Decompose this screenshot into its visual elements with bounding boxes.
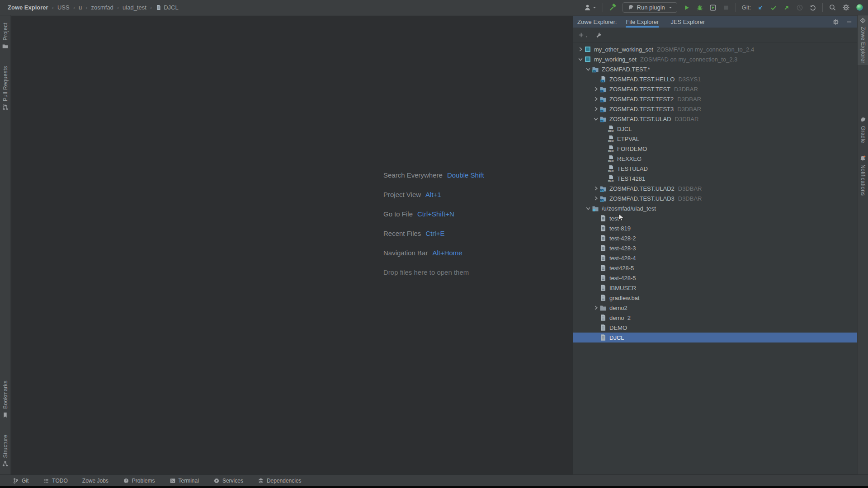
push-button[interactable]	[783, 4, 790, 11]
tree-row[interactable]: DSZOSMFAD.TEST.TESTD3DBAR	[573, 84, 857, 94]
stripe-button-project[interactable]: Project	[0, 21, 11, 52]
breadcrumb-item[interactable]: zosmfad	[89, 4, 116, 11]
chevron-down-icon[interactable]	[576, 56, 584, 63]
build-project-button[interactable]	[609, 4, 617, 11]
tree-row[interactable]: test-428-2	[573, 233, 857, 243]
tab-jes-explorer[interactable]: JES Explorer	[670, 16, 705, 28]
tab-file-explorer[interactable]: File Explorer	[626, 16, 659, 28]
git-branch-icon	[13, 478, 19, 484]
chevron-right-icon[interactable]	[592, 95, 599, 103]
panel-wrench-button[interactable]	[595, 32, 602, 38]
tree-row[interactable]: DSZOSMFAD.TEST.ULAD2D3DBAR	[573, 183, 857, 193]
statusbar-item-services[interactable]: Services	[213, 478, 243, 484]
tree-row[interactable]: test-428-3	[573, 243, 857, 253]
rollback-button[interactable]	[809, 4, 816, 11]
code-with-me-button[interactable]	[856, 4, 863, 11]
user-menu-button[interactable]	[584, 4, 597, 11]
stripe-button-pull-requests[interactable]: Pull Requests	[0, 64, 11, 113]
run-configuration-widget[interactable]: Run plugin	[623, 2, 677, 13]
chevron-right-icon[interactable]	[592, 304, 599, 311]
tree-row[interactable]: test	[573, 213, 857, 223]
history-button[interactable]	[796, 4, 803, 11]
chevron-right-icon[interactable]	[592, 85, 599, 93]
drop-files-hint: Drop files here to open them	[383, 268, 469, 276]
chevron-right-icon[interactable]	[592, 195, 599, 202]
coverage-icon	[709, 4, 717, 11]
tree-row[interactable]: gradlew.bat	[573, 293, 857, 303]
tree-row[interactable]: DJCL	[573, 333, 857, 343]
breadcrumb-separator: ›	[52, 4, 54, 11]
tree-row[interactable]: DEMO	[573, 323, 857, 333]
shortcut-keys: Ctrl+E	[425, 230, 444, 237]
statusbar-item-git[interactable]: Git	[13, 478, 28, 484]
tree-row[interactable]: test-428-5	[573, 273, 857, 283]
settings-button[interactable]	[842, 4, 850, 11]
commit-button[interactable]	[770, 4, 777, 11]
stop-button[interactable]	[722, 4, 730, 11]
tree-item-suffix: D3DBAR	[674, 86, 698, 93]
tree-row[interactable]: demo_2	[573, 313, 857, 323]
stripe-button-structure[interactable]: Structure	[0, 433, 11, 469]
ds-file-icon: DS	[599, 75, 607, 83]
tree-row[interactable]: DSZOSMFAD.TEST.*	[573, 64, 857, 74]
tree-row[interactable]: DSZOSMFAD.TEST.HELLOD3SYS1	[573, 74, 857, 84]
tree-item-label: test-428-3	[609, 245, 636, 252]
stripe-button-bookmarks[interactable]: Bookmarks	[0, 379, 11, 420]
tree-row[interactable]: demo2	[573, 303, 857, 313]
tree-item-label: ZOSMFAD.TEST.ULAD3	[609, 195, 675, 202]
breadcrumb-item[interactable]: u	[76, 4, 84, 11]
run-button[interactable]	[683, 4, 690, 11]
tree-item-suffix: ZOSMFAD on my_connection_to_2.3	[640, 56, 737, 63]
uss-file-icon	[599, 225, 607, 232]
tree-item-label: ZOSMFAD.TEST.TEST3	[609, 106, 674, 113]
tree-row[interactable]: test-428-4	[573, 253, 857, 263]
tree-row[interactable]: MEMFORDEMO	[573, 144, 857, 154]
tree-row[interactable]: DSZOSMFAD.TEST.TEST2D3DBAR	[573, 94, 857, 104]
shortcut-row: Project ViewAlt+1	[383, 185, 484, 204]
tree-row[interactable]: MEMETPVAL	[573, 134, 857, 144]
breadcrumb-item[interactable]: Zowe Explorer	[5, 4, 51, 11]
tree-row[interactable]: /u/zosmfad/ulad_test	[573, 203, 857, 213]
chevron-right-icon[interactable]	[576, 46, 584, 53]
tree-row[interactable]: my_working_setZOSMFAD on my_connection_t…	[573, 54, 857, 64]
statusbar-item-todo[interactable]: TODO	[43, 478, 67, 484]
ds-folder-icon: DS	[599, 195, 607, 202]
tree-row[interactable]: IBMUSER	[573, 283, 857, 293]
panel-hide-button[interactable]	[846, 19, 853, 25]
statusbar-item-dependencies[interactable]: Dependencies	[258, 478, 302, 484]
chevron-down-icon[interactable]	[592, 115, 599, 122]
tree-row[interactable]: test-819	[573, 223, 857, 233]
breadcrumb-item[interactable]: USS	[55, 4, 72, 11]
tree-row[interactable]: DSZOSMFAD.TEST.ULAD3D3DBAR	[573, 193, 857, 203]
stripe-button-zowe-explorer[interactable]: Zowe Explorer	[858, 15, 868, 65]
tree-row[interactable]: DSZOSMFAD.TEST.TEST3D3DBAR	[573, 104, 857, 114]
svg-text:DS: DS	[600, 119, 604, 122]
tree-row[interactable]: my_other_working_setZOSMFAD on my_connec…	[573, 44, 857, 54]
update-project-button[interactable]	[757, 4, 764, 11]
chevron-right-icon[interactable]	[592, 185, 599, 192]
statusbar-item-problems[interactable]: Problems	[123, 478, 155, 484]
tree-item-label: ETPVAL	[617, 136, 639, 142]
tree-row[interactable]: MEMREXXEG	[573, 154, 857, 164]
stripe-button-notifications[interactable]: Notifications	[858, 153, 868, 197]
statusbar-item-terminal[interactable]: Terminal	[170, 478, 199, 484]
chevron-down-icon[interactable]	[584, 66, 592, 73]
chevron-down-icon[interactable]	[584, 205, 592, 212]
chevron-right-icon[interactable]	[592, 105, 599, 113]
tree-row[interactable]: DSZOSMFAD.TEST.ULADD3DBAR	[573, 114, 857, 124]
add-working-set-button[interactable]	[578, 32, 588, 38]
tree-row[interactable]: MEMDJCL	[573, 124, 857, 134]
stripe-button-gradle[interactable]: Gradle	[858, 115, 868, 145]
tree-row[interactable]: test428-5	[573, 263, 857, 273]
tree-row[interactable]: MEMTESTULAD	[573, 164, 857, 174]
arrow-up-right-icon	[783, 4, 790, 11]
tree-row[interactable]: MEMTEST4281	[573, 174, 857, 183]
breadcrumb-item[interactable]: ulad_test	[120, 4, 149, 11]
tree-item-suffix: D3DBAR	[678, 185, 702, 192]
search-everywhere-button[interactable]	[829, 4, 836, 11]
breadcrumb-item[interactable]: DJCL	[153, 4, 181, 11]
debug-button[interactable]	[696, 4, 703, 11]
panel-settings-button[interactable]	[832, 19, 839, 25]
run-with-coverage-button[interactable]	[709, 4, 717, 11]
statusbar-item-zowe-jobs[interactable]: Zowe Jobs	[82, 478, 108, 484]
